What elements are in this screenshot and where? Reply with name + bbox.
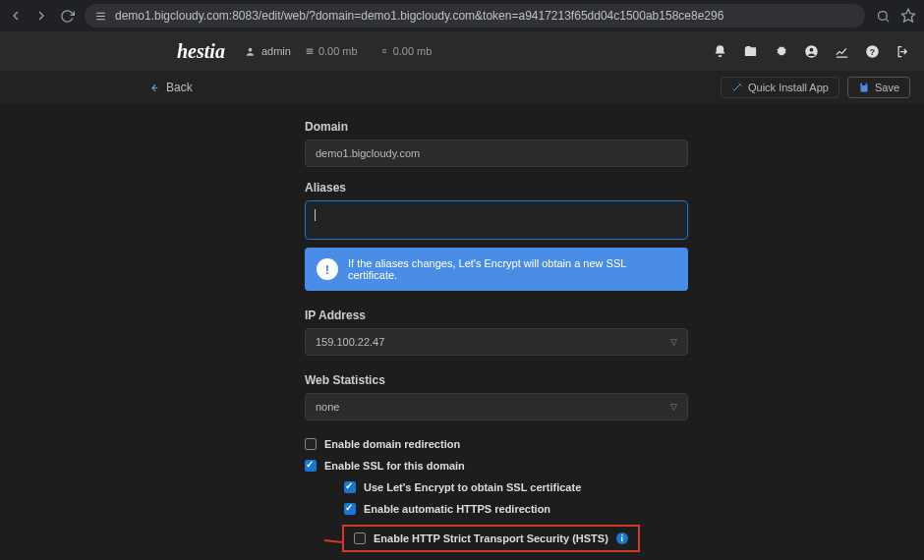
- user-icon: [245, 46, 256, 57]
- checkbox-hsts[interactable]: [354, 532, 366, 544]
- aliases-label: Aliases: [305, 181, 924, 195]
- save-label: Save: [875, 82, 899, 93]
- svg-marker-1: [901, 9, 914, 22]
- url-bar[interactable]: demo1.bigcloudy.com:8083/edit/web/?domai…: [85, 4, 865, 28]
- svg-point-0: [878, 11, 887, 20]
- checkbox-https-redirect[interactable]: Enable automatic HTTPS redirection: [344, 503, 924, 515]
- zoom-icon[interactable]: [875, 8, 891, 24]
- domain-label: Domain: [305, 120, 924, 134]
- hsts-label: Enable HTTP Strict Transport Security (H…: [374, 532, 608, 544]
- checkbox-domain-redirect[interactable]: Enable domain redirection: [305, 438, 924, 450]
- help-icon[interactable]: ?: [865, 44, 880, 59]
- checkbox-icon: [344, 503, 356, 515]
- back-button[interactable]: Back: [147, 81, 193, 94]
- alias-alert: ! If the aliases changes, Let's Encrypt …: [305, 248, 688, 291]
- bookmark-star-icon[interactable]: [900, 8, 916, 24]
- hsts-highlight-box: Enable HTTP Strict Transport Security (H…: [342, 525, 640, 552]
- site-controls-icon: [94, 10, 107, 23]
- logout-icon[interactable]: [895, 44, 910, 59]
- back-label: Back: [166, 81, 193, 94]
- checkbox-icon: [305, 460, 317, 472]
- svg-point-2: [249, 47, 253, 51]
- stats-label: Web Statistics: [305, 373, 924, 387]
- info-icon[interactable]: i: [616, 532, 628, 544]
- stats-value: none: [316, 401, 339, 413]
- info-icon: !: [317, 258, 338, 280]
- stats-icon[interactable]: [835, 44, 849, 59]
- alert-text: If the aliases changes, Let's Encrypt wi…: [348, 257, 676, 281]
- gear-icon[interactable]: [774, 44, 788, 59]
- quick-install-button[interactable]: Quick Install App: [721, 77, 839, 98]
- files-icon[interactable]: [743, 44, 758, 59]
- callout-arrow-icon: [324, 539, 342, 543]
- chevron-down-icon: ▽: [670, 402, 677, 412]
- bandwidth-usage: 0.00 mb: [393, 45, 433, 57]
- browser-reload-icon[interactable]: [59, 8, 75, 24]
- chevron-down-icon: ▽: [670, 337, 677, 347]
- ip-value: 159.100.22.47: [316, 336, 384, 348]
- save-button[interactable]: Save: [847, 77, 910, 98]
- quick-install-label: Quick Install App: [748, 82, 829, 93]
- stats-select[interactable]: none ▽: [305, 393, 688, 420]
- url-text: demo1.bigcloudy.com:8083/edit/web/?domai…: [115, 9, 855, 23]
- checkbox-icon: [344, 481, 356, 493]
- user-name[interactable]: admin: [261, 45, 291, 57]
- checkbox-lets-encrypt[interactable]: Use Let's Encrypt to obtain SSL certific…: [344, 481, 924, 493]
- aliases-textarea[interactable]: |: [305, 200, 688, 240]
- domain-input[interactable]: demo1.bigcloudy.com: [305, 140, 688, 167]
- notifications-icon[interactable]: [713, 44, 727, 59]
- account-icon[interactable]: [804, 44, 819, 59]
- hestia-logo: hestia: [177, 40, 225, 63]
- disk-usage: 0.00 mb: [318, 45, 358, 57]
- magic-wand-icon: [731, 82, 743, 93]
- checkbox-enable-ssl[interactable]: Enable SSL for this domain: [305, 460, 924, 472]
- svg-text:?: ?: [870, 46, 875, 56]
- browser-forward-icon[interactable]: [33, 8, 49, 24]
- save-icon: [858, 82, 870, 93]
- ip-label: IP Address: [305, 308, 924, 322]
- svg-point-5: [810, 47, 814, 51]
- ip-select[interactable]: 159.100.22.47 ▽: [305, 328, 688, 356]
- checkbox-icon: [305, 438, 317, 450]
- arrow-left-icon: [147, 82, 160, 94]
- browser-back-icon[interactable]: [8, 8, 24, 24]
